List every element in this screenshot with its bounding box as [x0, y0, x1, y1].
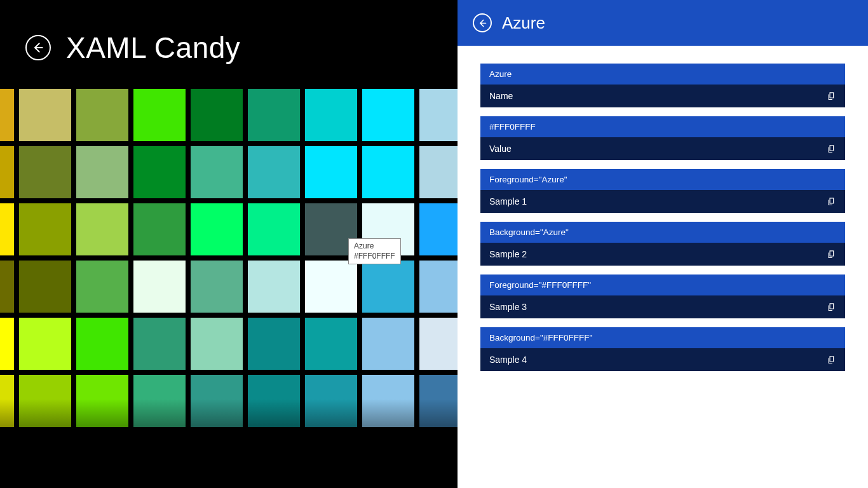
color-swatch[interactable]: [133, 375, 186, 427]
color-swatch[interactable]: [133, 318, 186, 370]
property-label-row: Value: [480, 137, 845, 160]
color-swatch[interactable]: [133, 146, 186, 198]
color-swatch[interactable]: [19, 261, 71, 313]
property-value: Background="#FFF0FFFF": [480, 327, 845, 348]
color-swatch[interactable]: [419, 203, 458, 255]
color-swatch[interactable]: [305, 375, 357, 427]
color-swatch[interactable]: [76, 146, 128, 198]
color-swatch[interactable]: [76, 318, 128, 370]
app-title: XAML Candy: [66, 30, 240, 65]
color-swatch[interactable]: [191, 375, 243, 427]
color-swatch[interactable]: [248, 318, 300, 370]
color-swatch[interactable]: [362, 146, 414, 198]
color-swatch[interactable]: [0, 146, 14, 198]
property-label-row: Sample 3: [480, 295, 845, 318]
color-grid-pane: XAML Candy Azure #FFF0FFFF: [0, 0, 458, 488]
color-swatch[interactable]: [419, 146, 458, 198]
tooltip-name: Azure: [354, 241, 374, 250]
property-label: Sample 4: [489, 355, 527, 365]
color-swatch[interactable]: [191, 261, 243, 313]
color-swatch[interactable]: [76, 203, 128, 255]
detail-pane: Azure AzureName#FFF0FFFFValueForeground=…: [458, 0, 868, 488]
property-block: Foreground="#FFF0FFFF"Sample 3: [480, 274, 845, 318]
copy-icon[interactable]: [827, 302, 836, 312]
swatch-tooltip: Azure #FFF0FFFF: [348, 238, 401, 264]
color-swatch[interactable]: [419, 89, 458, 141]
color-swatch[interactable]: [305, 318, 357, 370]
color-swatch[interactable]: [0, 89, 14, 141]
color-swatch[interactable]: [305, 89, 357, 141]
color-swatch[interactable]: [191, 89, 243, 141]
left-header: XAML Candy: [0, 0, 458, 65]
color-swatch[interactable]: [19, 203, 71, 255]
arrow-left-icon: [478, 18, 487, 28]
detail-body: AzureName#FFF0FFFFValueForeground="Azure…: [458, 46, 868, 371]
property-value: Foreground="#FFF0FFFF": [480, 274, 845, 295]
color-swatch[interactable]: [0, 261, 14, 313]
color-swatch[interactable]: [19, 375, 71, 427]
color-swatch[interactable]: [191, 318, 243, 370]
color-swatch[interactable]: [419, 318, 458, 370]
color-swatch[interactable]: [191, 203, 243, 255]
property-value: Azure: [480, 64, 845, 85]
color-swatch[interactable]: [0, 203, 14, 255]
color-swatch[interactable]: [305, 146, 357, 198]
copy-icon[interactable]: [827, 144, 836, 154]
property-block: AzureName: [480, 64, 845, 107]
detail-title: Azure: [502, 13, 545, 33]
detail-header: Azure: [458, 0, 868, 46]
color-swatch[interactable]: [76, 261, 128, 313]
color-swatch[interactable]: [362, 89, 414, 141]
color-swatch[interactable]: [76, 375, 128, 427]
color-swatch[interactable]: [248, 375, 300, 427]
property-block: Background="Azure"Sample 2: [480, 222, 845, 266]
color-swatch[interactable]: [76, 89, 128, 141]
property-block: #FFF0FFFFValue: [480, 116, 845, 160]
property-block: Background="#FFF0FFFF"Sample 4: [480, 327, 845, 371]
copy-icon[interactable]: [827, 355, 836, 365]
color-swatch[interactable]: [191, 146, 243, 198]
color-swatch[interactable]: [305, 261, 357, 313]
color-swatch[interactable]: [362, 261, 414, 313]
property-label: Name: [489, 91, 513, 101]
color-swatch[interactable]: [0, 318, 14, 370]
property-block: Foreground="Azure"Sample 1: [480, 169, 845, 213]
property-label: Sample 1: [489, 196, 527, 207]
color-swatch[interactable]: [248, 89, 300, 141]
property-value: Background="Azure": [480, 222, 845, 243]
copy-icon[interactable]: [827, 197, 836, 207]
property-label-row: Sample 1: [480, 190, 845, 213]
color-swatch[interactable]: [419, 261, 458, 313]
property-label-row: Sample 4: [480, 348, 845, 371]
tooltip-hex: #FFF0FFFF: [354, 252, 395, 261]
property-label: Sample 2: [489, 249, 527, 259]
color-swatch[interactable]: [362, 375, 414, 427]
detail-back-button[interactable]: [473, 13, 492, 32]
color-swatch[interactable]: [133, 89, 186, 141]
property-label-row: Sample 2: [480, 243, 845, 266]
color-swatch[interactable]: [0, 375, 14, 427]
color-swatch[interactable]: [133, 261, 186, 313]
property-value: #FFF0FFFF: [480, 116, 845, 137]
color-swatch[interactable]: [19, 146, 71, 198]
color-swatch[interactable]: [248, 203, 300, 255]
color-swatch[interactable]: [133, 203, 186, 255]
copy-icon[interactable]: [827, 92, 836, 101]
back-button[interactable]: [25, 35, 51, 60]
color-swatch[interactable]: [19, 318, 71, 370]
color-swatch[interactable]: [19, 89, 71, 141]
property-label: Value: [489, 144, 512, 154]
color-swatch[interactable]: [248, 261, 300, 313]
property-label: Sample 3: [489, 302, 527, 312]
color-swatch[interactable]: [419, 375, 458, 427]
property-value: Foreground="Azure": [480, 169, 845, 190]
color-swatch[interactable]: [362, 318, 414, 370]
arrow-left-icon: [32, 41, 44, 54]
copy-icon[interactable]: [827, 250, 836, 259]
color-swatch[interactable]: [248, 146, 300, 198]
property-label-row: Name: [480, 85, 845, 107]
